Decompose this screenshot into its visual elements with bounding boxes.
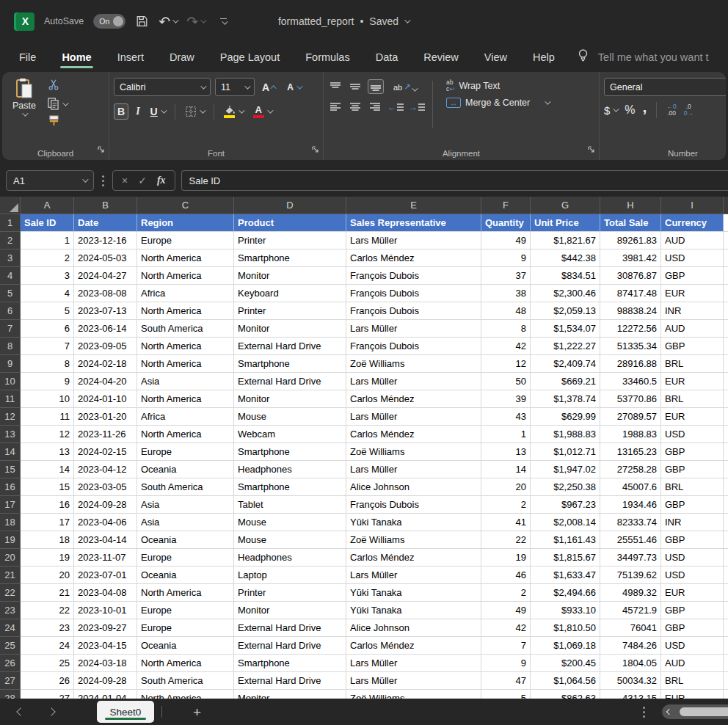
column-header-partial[interactable] xyxy=(724,197,728,214)
paste-button[interactable]: Paste xyxy=(12,78,36,117)
cell[interactable]: 16 xyxy=(21,496,74,514)
undo-button[interactable]: ↶ xyxy=(159,15,177,29)
column-header-B[interactable]: B xyxy=(74,197,137,214)
cell[interactable]: $2,494.66 xyxy=(531,584,600,602)
italic-button[interactable]: I xyxy=(133,104,142,119)
cell[interactable]: 9 xyxy=(21,373,74,390)
cell[interactable]: Mouse xyxy=(234,531,346,549)
cell[interactable]: Oceania xyxy=(137,637,234,655)
cell[interactable]: 6 xyxy=(21,320,74,338)
cell[interactable]: 46 xyxy=(481,566,531,584)
cell[interactable]: Oceania xyxy=(137,531,234,549)
cell[interactable]: $1,810.50 xyxy=(531,619,600,637)
cell[interactable]: GBP xyxy=(661,602,724,619)
cell-partial[interactable] xyxy=(724,408,728,426)
cell[interactable]: 2023-07-13 xyxy=(74,302,137,320)
cell[interactable]: $1,988.83 xyxy=(531,426,600,443)
font-dialog-launcher[interactable] xyxy=(312,143,319,156)
cell[interactable]: GBP xyxy=(661,443,724,461)
align-bottom-button[interactable] xyxy=(368,79,384,94)
cell[interactable]: Lars Müller xyxy=(346,320,481,338)
cell[interactable]: North America xyxy=(137,690,234,699)
cell[interactable]: $629.99 xyxy=(531,408,600,426)
cell[interactable]: $2,059.13 xyxy=(531,302,600,320)
cut-button[interactable] xyxy=(48,79,67,93)
cell[interactable]: 2024-05-03 xyxy=(74,249,137,267)
cell[interactable]: 47 xyxy=(481,672,531,690)
cell[interactable]: Asia xyxy=(137,514,234,531)
cell[interactable]: Yūki Tanaka xyxy=(346,514,481,531)
cell[interactable]: GBP xyxy=(661,267,724,285)
cell[interactable]: 34497.73 xyxy=(600,549,661,566)
cell[interactable]: North America xyxy=(137,338,234,355)
cell[interactable]: $1,534.07 xyxy=(531,320,600,338)
row-number[interactable]: 9 xyxy=(0,355,21,373)
cell[interactable]: Lars Müller xyxy=(346,373,481,390)
cell[interactable]: 28916.88 xyxy=(600,355,661,373)
merge-center-button[interactable]: ↔ Merge & Center xyxy=(446,98,549,108)
cell[interactable]: Europe xyxy=(137,232,234,249)
cell[interactable]: EUR xyxy=(661,408,724,426)
cell[interactable]: 53770.86 xyxy=(600,390,661,408)
row-number[interactable]: 10 xyxy=(0,373,21,390)
cell-partial[interactable] xyxy=(724,232,728,249)
cell[interactable]: 2023-10-01 xyxy=(74,602,137,619)
cell-partial[interactable] xyxy=(724,672,728,690)
cell[interactable]: Zoë Williams xyxy=(346,355,481,373)
cell[interactable]: 27089.57 xyxy=(600,408,661,426)
cell[interactable]: Carlos Méndez xyxy=(346,390,481,408)
cell[interactable]: USD xyxy=(661,549,724,566)
formula-input[interactable]: Sale ID xyxy=(181,170,728,191)
cancel-button[interactable]: × xyxy=(122,175,128,186)
cell[interactable]: USD xyxy=(661,566,724,584)
cell[interactable]: Lars Müller xyxy=(346,408,481,426)
cell[interactable]: 1 xyxy=(481,426,531,443)
undo-chevron-icon[interactable] xyxy=(172,17,178,23)
header-cell[interactable]: Sale ID xyxy=(21,214,74,232)
cell-partial[interactable] xyxy=(724,584,728,602)
cell[interactable]: BRL xyxy=(661,390,724,408)
column-header-C[interactable]: C xyxy=(137,197,234,214)
cell[interactable]: Laptop xyxy=(234,566,346,584)
cell[interactable]: $1,012.71 xyxy=(531,443,600,461)
save-button[interactable] xyxy=(135,15,149,28)
percent-style-button[interactable]: % xyxy=(625,103,635,117)
cell[interactable]: GBP xyxy=(661,338,724,355)
cell[interactable]: Headphones xyxy=(234,461,346,478)
cell[interactable]: Oceania xyxy=(137,566,234,584)
cell[interactable]: 3981.42 xyxy=(600,249,661,267)
column-header-F[interactable]: F xyxy=(481,197,531,214)
row-number[interactable]: 28 xyxy=(0,690,21,699)
cell[interactable]: 39 xyxy=(481,390,531,408)
cell[interactable]: $2,250.38 xyxy=(531,478,600,496)
tab-view[interactable]: View xyxy=(483,45,509,70)
cell[interactable]: Yūki Tanaka xyxy=(346,602,481,619)
cell[interactable]: 41 xyxy=(481,514,531,531)
cell-partial[interactable] xyxy=(724,373,728,390)
cell-partial[interactable] xyxy=(724,390,728,408)
format-painter-button[interactable] xyxy=(48,114,67,129)
cell[interactable]: AUD xyxy=(661,232,724,249)
decrease-decimal-button[interactable]: .0 0→ xyxy=(684,103,694,117)
cell[interactable]: 19 xyxy=(481,549,531,566)
cell-partial[interactable] xyxy=(724,655,728,672)
row-number[interactable]: 14 xyxy=(0,443,21,461)
row-number[interactable]: 3 xyxy=(0,249,21,267)
cell[interactable]: 2024-02-18 xyxy=(74,355,137,373)
cell[interactable]: 2023-04-12 xyxy=(74,461,137,478)
tab-review[interactable]: Review xyxy=(422,45,460,70)
row-number[interactable]: 26 xyxy=(0,655,21,672)
cell[interactable]: Alice Johnson xyxy=(346,619,481,637)
select-all-button[interactable] xyxy=(0,197,21,214)
cell-partial[interactable] xyxy=(724,496,728,514)
cell[interactable]: AUD xyxy=(661,320,724,338)
row-number[interactable]: 12 xyxy=(0,408,21,426)
orientation-button[interactable]: ab ↗ xyxy=(393,82,416,92)
cell[interactable]: USD xyxy=(661,637,724,655)
cell[interactable]: 2023-04-15 xyxy=(74,637,137,655)
cell[interactable]: Africa xyxy=(137,408,234,426)
cell[interactable]: INR xyxy=(661,302,724,320)
cell[interactable]: $1,222.27 xyxy=(531,338,600,355)
cell[interactable]: $1,161.43 xyxy=(531,531,600,549)
font-size-select[interactable]: 11 xyxy=(215,78,255,96)
